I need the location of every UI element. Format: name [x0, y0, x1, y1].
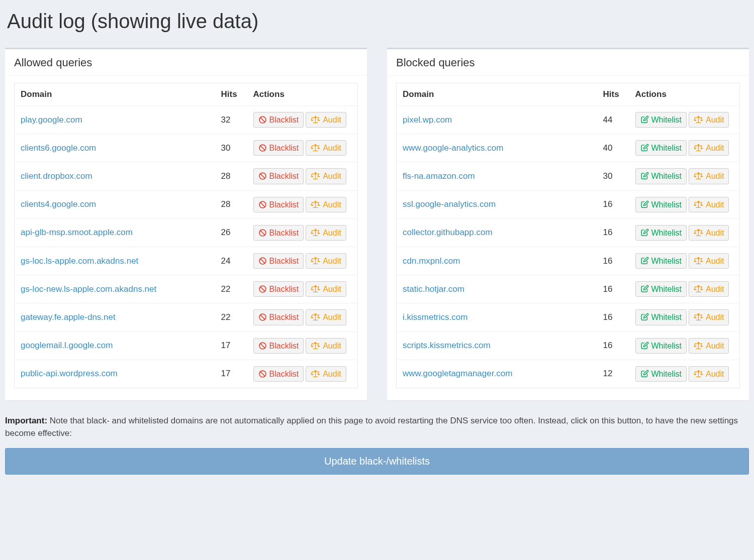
blacklist-button[interactable]: Blacklist — [253, 140, 304, 156]
domain-link[interactable]: gs-loc-new.ls-apple.com.akadns.net — [21, 284, 156, 294]
blocked-queries-table: Domain Hits Actions pixel.wp.com44Whitel… — [396, 83, 740, 388]
audit-button[interactable]: Audit — [689, 366, 729, 382]
audit-button[interactable]: Audit — [306, 253, 346, 269]
blacklist-label: Blacklist — [269, 143, 299, 153]
domain-link[interactable]: api-glb-msp.smoot.apple.com — [21, 228, 133, 237]
whitelist-button[interactable]: Whitelist — [635, 112, 687, 128]
balance-scale-icon — [694, 229, 703, 237]
hits-value: 28 — [215, 190, 247, 218]
whitelist-button[interactable]: Whitelist — [635, 309, 687, 325]
whitelist-button[interactable]: Whitelist — [635, 168, 687, 184]
domain-link[interactable]: cdn.mxpnl.com — [403, 256, 460, 266]
blacklist-button[interactable]: Blacklist — [253, 338, 304, 354]
audit-button[interactable]: Audit — [689, 338, 729, 354]
ban-icon — [258, 313, 267, 321]
blacklist-button[interactable]: Blacklist — [253, 168, 304, 184]
domain-link[interactable]: clients4.google.com — [21, 199, 96, 209]
ban-icon — [258, 144, 267, 152]
audit-button[interactable]: Audit — [689, 253, 729, 269]
hits-value: 16 — [597, 247, 629, 275]
table-row: gateway.fe.apple-dns.net22BlacklistAudit — [15, 303, 358, 331]
edit-icon — [640, 229, 649, 237]
audit-button[interactable]: Audit — [306, 225, 346, 241]
blacklist-button[interactable]: Blacklist — [253, 225, 304, 241]
whitelist-button[interactable]: Whitelist — [635, 281, 687, 297]
domain-link[interactable]: scripts.kissmetrics.com — [403, 341, 491, 350]
svg-line-55 — [260, 372, 264, 376]
whitelist-button[interactable]: Whitelist — [635, 140, 687, 156]
whitelist-button[interactable]: Whitelist — [635, 197, 687, 212]
audit-button[interactable]: Audit — [306, 338, 346, 354]
blacklist-button[interactable]: Blacklist — [253, 197, 304, 212]
audit-button[interactable]: Audit — [689, 168, 729, 184]
whitelist-button[interactable]: Whitelist — [635, 253, 687, 269]
balance-scale-icon — [311, 313, 320, 321]
blacklist-button[interactable]: Blacklist — [253, 281, 304, 297]
domain-link[interactable]: googlemail.l.google.com — [21, 341, 113, 350]
blacklist-button[interactable]: Blacklist — [253, 309, 304, 325]
notice-strong: Important: — [5, 416, 47, 425]
domain-link[interactable]: collector.githubapp.com — [403, 228, 493, 237]
table-row: client.dropbox.com28BlacklistAudit — [15, 162, 358, 190]
audit-button[interactable]: Audit — [306, 309, 346, 325]
hits-value: 22 — [215, 303, 247, 331]
svg-point-29 — [315, 229, 316, 230]
audit-button[interactable]: Audit — [689, 140, 729, 156]
audit-button[interactable]: Audit — [306, 281, 346, 297]
whitelist-button[interactable]: Whitelist — [635, 366, 687, 382]
blacklist-button[interactable]: Blacklist — [253, 112, 304, 128]
domain-link[interactable]: i.kissmetrics.com — [403, 312, 467, 322]
update-lists-button[interactable]: Update black-/whitelists — [5, 448, 749, 475]
audit-button[interactable]: Audit — [689, 309, 729, 325]
audit-button[interactable]: Audit — [306, 112, 346, 128]
domain-link[interactable]: client.dropbox.com — [21, 171, 92, 181]
whitelist-button[interactable]: Whitelist — [635, 338, 687, 354]
svg-point-83 — [698, 258, 699, 259]
hits-value: 17 — [215, 360, 247, 388]
domain-link[interactable]: www.google-analytics.com — [403, 143, 503, 153]
domain-link[interactable]: static.hotjar.com — [403, 284, 464, 294]
audit-button[interactable]: Audit — [306, 140, 346, 156]
table-row: public-api.wordpress.com17BlacklistAudit — [15, 360, 358, 388]
svg-line-49 — [260, 343, 264, 348]
blacklist-button[interactable]: Blacklist — [253, 366, 304, 382]
domain-link[interactable]: public-api.wordpress.com — [21, 369, 118, 378]
edit-icon — [640, 116, 649, 124]
audit-button[interactable]: Audit — [306, 366, 346, 382]
svg-point-75 — [698, 201, 699, 202]
audit-button[interactable]: Audit — [306, 197, 346, 212]
domain-link[interactable]: pixel.wp.com — [403, 115, 452, 125]
domain-link[interactable]: clients6.google.com — [21, 143, 96, 153]
svg-point-11 — [315, 145, 316, 146]
hits-value: 30 — [597, 162, 629, 190]
blacklist-label: Blacklist — [269, 171, 299, 181]
table-row: static.hotjar.com16WhitelistAudit — [397, 275, 740, 303]
audit-button[interactable]: Audit — [689, 112, 729, 128]
edit-icon — [640, 172, 649, 180]
balance-scale-icon — [694, 285, 703, 293]
column-header-actions: Actions — [629, 83, 740, 106]
blacklist-button[interactable]: Blacklist — [253, 253, 304, 269]
svg-point-35 — [315, 258, 316, 259]
whitelist-label: Whitelist — [651, 341, 682, 351]
ban-icon — [258, 172, 267, 180]
domain-link[interactable]: gateway.fe.apple-dns.net — [21, 312, 116, 322]
whitelist-button[interactable]: Whitelist — [635, 225, 687, 241]
audit-label: Audit — [706, 115, 724, 125]
column-header-domain: Domain — [397, 83, 597, 106]
domain-link[interactable]: www.googletagmanager.com — [403, 369, 512, 378]
domain-link[interactable]: ssl.google-analytics.com — [403, 199, 496, 209]
audit-button[interactable]: Audit — [306, 168, 346, 184]
audit-button[interactable]: Audit — [689, 281, 729, 297]
ban-icon — [258, 257, 267, 265]
audit-button[interactable]: Audit — [689, 225, 729, 241]
domain-link[interactable]: play.google.com — [21, 115, 82, 125]
audit-label: Audit — [706, 369, 724, 379]
domain-link[interactable]: fls-na.amazon.com — [403, 171, 475, 181]
whitelist-label: Whitelist — [651, 143, 682, 153]
audit-label: Audit — [323, 171, 341, 181]
audit-button[interactable]: Audit — [689, 197, 729, 212]
table-row: cdn.mxpnl.com16WhitelistAudit — [397, 247, 740, 275]
table-row: fls-na.amazon.com30WhitelistAudit — [397, 162, 740, 190]
domain-link[interactable]: gs-loc.ls-apple.com.akadns.net — [21, 256, 138, 266]
